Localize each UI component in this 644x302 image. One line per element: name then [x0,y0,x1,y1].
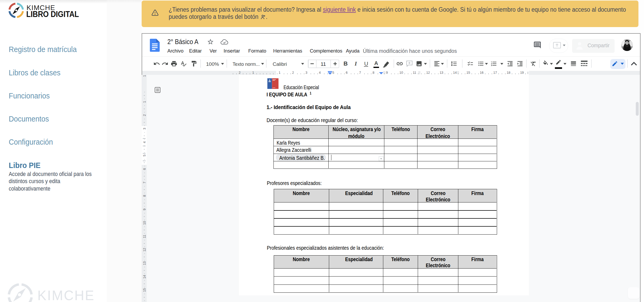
svg-text:U: U [364,61,368,67]
svg-text:A: A [374,60,378,66]
svg-text:B: B [343,60,348,67]
svg-text:I: I [354,60,357,67]
